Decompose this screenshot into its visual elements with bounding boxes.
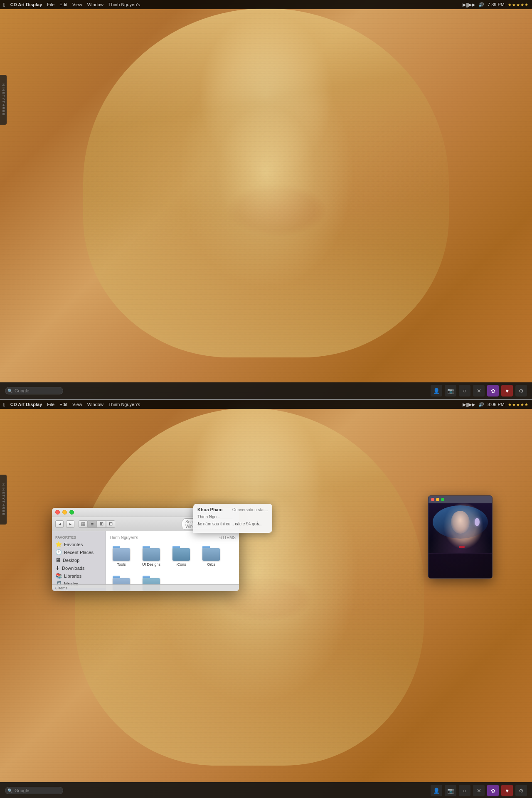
menu-window-2[interactable]: Window — [87, 402, 103, 407]
menubar-right-1: ▶‖▶▶ 🔊 7:39 PM ★★★★★ — [463, 2, 529, 7]
chat-msg-from: Thinh Ngu... — [197, 515, 220, 519]
sidebar-label-recent: Recent Places — [64, 550, 94, 555]
toolbar-flower-btn-1[interactable]: ✿ — [487, 385, 499, 397]
sidebar-label-downloads: Downloads — [62, 566, 84, 571]
search-box-2[interactable]: Google — [5, 787, 63, 794]
menu-edit-1[interactable]: Edit — [59, 2, 67, 7]
finder-items-grid: Tools UI Designs — [109, 542, 236, 591]
sidebar-item-libraries[interactable]: 📚 Libraries — [52, 572, 106, 580]
chat-header: Khoa Pham Conversation star... — [197, 507, 268, 513]
toolbar-gear-btn-2[interactable]: ⚙ — [515, 785, 527, 796]
window-max-btn[interactable] — [69, 510, 74, 515]
artwork-titlebar — [429, 496, 492, 503]
artwork-preview-window — [428, 495, 493, 579]
view-col-btn[interactable]: ⊞ — [97, 520, 106, 528]
toolbar-profile-btn-2[interactable]: 👤 — [431, 785, 442, 796]
screen2:  CD Art Display File Edit View Window T… — [0, 400, 532, 798]
finder-content: FAVORITES ⭐ Favorites 🕐 Recent Places 🖥 … — [52, 531, 239, 591]
search-placeholder-1: Google — [15, 388, 29, 393]
menubar-right-2: ▶‖▶▶ 🔊 8:06 PM ★★★★★ — [463, 402, 529, 407]
finder-sidebar: FAVORITES ⭐ Favorites 🕐 Recent Places 🖥 … — [52, 531, 106, 591]
folder-body-tools — [113, 548, 130, 561]
media-controls-2: ▶‖▶▶ — [463, 402, 475, 407]
view-buttons-group: ▦ ≡ ⊞ ⊟ — [79, 520, 115, 528]
search-wrapper-2: 🔍 Google — [5, 787, 63, 794]
artwork-max-btn[interactable] — [441, 498, 444, 501]
sidebar-label-desktop: Desktop — [63, 558, 79, 563]
toolbar-gear-btn-1[interactable]: ⚙ — [515, 385, 527, 397]
sidebar-item-desktop[interactable]: 🖥 Desktop — [52, 556, 106, 564]
apple-logo-2[interactable]:  — [3, 401, 5, 408]
toolbar-circle-btn-1[interactable]: ○ — [459, 385, 470, 397]
menu-view-2[interactable]: View — [72, 402, 82, 407]
menu-app-name-1[interactable]: CD Art Display — [10, 2, 42, 7]
menu-view-1[interactable]: View — [72, 2, 82, 7]
toolbar-2: 🔍 Google 👤 📷 ○ ✕ ✿ ♥ ⚙ — [0, 782, 532, 798]
folder-orbs[interactable]: Orbs — [199, 544, 223, 568]
search-placeholder-2: Google — [15, 788, 29, 793]
menu-edit-2[interactable]: Edit — [59, 402, 67, 407]
anime-face — [451, 511, 470, 534]
toolbar-close-btn-1[interactable]: ✕ — [473, 385, 485, 397]
clock-1: 7:39 PM — [488, 2, 505, 7]
toolbar-profile-btn-1[interactable]: 👤 — [431, 385, 442, 397]
artwork-min-btn[interactable] — [436, 498, 439, 501]
toolbar-1: 🔍 Google 👤 📷 ○ ✕ ✿ ♥ ⚙ — [0, 382, 532, 399]
sidebar-label-libraries: Libraries — [64, 574, 81, 579]
sidebar-item-downloads[interactable]: ⬇ Downloads — [52, 564, 106, 572]
sidebar-tab-label-1: NINETYTHREE — [2, 84, 5, 116]
search-wrapper-1: 🔍 Google — [5, 387, 63, 394]
apple-logo-1[interactable]:  — [3, 2, 5, 8]
toolbar-heart-btn-1[interactable]: ♥ — [501, 385, 513, 397]
menu-file-1[interactable]: File — [47, 2, 54, 7]
toolbar-camera-btn-1[interactable]: 📷 — [445, 385, 456, 397]
menubar-2:  CD Art Display File Edit View Window T… — [0, 400, 532, 409]
artwork-close-btn[interactable] — [431, 498, 434, 501]
hair-overlay-1 — [83, 8, 449, 357]
libraries-icon: 📚 — [55, 573, 62, 579]
folder-uidesigns[interactable]: UI Designs — [139, 544, 163, 568]
view-list-btn[interactable]: ≡ — [88, 520, 97, 528]
sidebar-item-recent[interactable]: 🕐 Recent Places — [52, 548, 106, 556]
sidebar-item-favorites[interactable]: ⭐ Favorites — [52, 540, 106, 548]
menu-file-2[interactable]: File — [47, 402, 54, 407]
sidebar-tab-1[interactable]: NINETYTHREE — [0, 75, 7, 125]
anime-portrait — [429, 503, 492, 578]
view-flow-btn[interactable]: ⊟ — [106, 520, 115, 528]
search-box-1[interactable]: Google — [5, 387, 63, 394]
menu-user-2[interactable]: Thinh Nguyen's — [108, 402, 140, 407]
folder-icon-icons — [172, 546, 190, 561]
window-min-btn[interactable] — [62, 510, 67, 515]
finder-back-btn[interactable]: ◂ — [55, 520, 64, 528]
folder-icons[interactable]: iCons — [169, 544, 193, 568]
finder-status-bar: 6 items — [52, 584, 239, 591]
chat-notification[interactable]: Khoa Pham Conversation star... Thinh Ngu… — [193, 504, 272, 533]
view-icon-btn[interactable]: ▦ — [79, 520, 88, 528]
window-close-btn[interactable] — [55, 510, 60, 515]
folder-label-icons: iCons — [176, 562, 186, 566]
finder-forward-btn[interactable]: ▸ — [66, 520, 74, 528]
finder-status-text: 6 items — [55, 586, 67, 590]
menu-window-1[interactable]: Window — [87, 2, 103, 7]
folder-label-tools: Tools — [117, 562, 126, 566]
toolbar-close-btn-2[interactable]: ✕ — [473, 785, 485, 796]
toolbar-heart-btn-2[interactable]: ♥ — [501, 785, 513, 796]
toolbar-flower-btn-2[interactable]: ✿ — [487, 785, 499, 796]
menu-user-1[interactable]: Thinh Nguyen's — [108, 2, 140, 7]
menu-app-name-2[interactable]: CD Art Display — [10, 402, 42, 407]
stars-1: ★★★★★ — [508, 2, 529, 7]
folder-tools[interactable]: Tools — [109, 544, 133, 568]
wifi-icon-1: ▶‖▶▶ — [463, 2, 475, 7]
toolbar-camera-btn-2[interactable]: 📷 — [445, 785, 456, 796]
stars-2: ★★★★★ — [508, 402, 529, 407]
chat-sender-name: Khoa Pham — [197, 507, 223, 512]
finder-path: Thinh Nguyen's 6 ITEMS — [109, 534, 236, 542]
toolbar-circle-btn-2[interactable]: ○ — [459, 785, 470, 796]
toolbar-icons-right-2: 👤 📷 ○ ✕ ✿ ♥ ⚙ — [431, 785, 527, 796]
anime-earring — [475, 518, 480, 526]
chat-subtitle: Conversation star... — [232, 507, 268, 512]
favorites-label: FAVORITES — [52, 534, 106, 540]
sidebar-tab-2[interactable]: NINETYTHREE — [0, 475, 7, 525]
folder-icon-uidesigns — [143, 546, 160, 561]
folder-label-orbs: Orbs — [207, 562, 215, 566]
